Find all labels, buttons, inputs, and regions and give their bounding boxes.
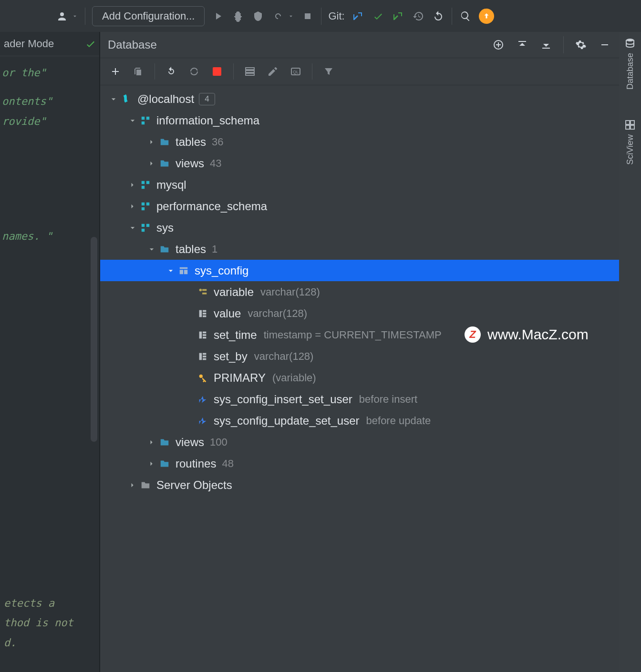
chevron-down-icon[interactable] xyxy=(72,10,78,23)
tree-item-folder[interactable]: routines 48 xyxy=(100,453,619,474)
trigger-icon xyxy=(196,393,209,406)
folder-icon xyxy=(158,157,171,170)
svg-rect-25 xyxy=(203,336,206,338)
rail-tab-sciview[interactable]: SciView xyxy=(623,118,637,165)
svg-rect-17 xyxy=(202,292,207,294)
stop-icon[interactable] xyxy=(301,10,314,23)
chevron-right-icon[interactable] xyxy=(126,200,139,213)
key-icon xyxy=(196,372,209,384)
minimize-icon[interactable] xyxy=(598,38,611,51)
tree-item-folder[interactable]: tables 1 xyxy=(100,238,619,260)
search-icon[interactable] xyxy=(459,10,472,23)
coverage-icon[interactable] xyxy=(251,10,265,23)
git-label: Git: xyxy=(328,10,344,22)
svg-rect-13 xyxy=(146,224,149,226)
tree-item-column[interactable]: variable varchar(128) xyxy=(100,281,619,303)
chevron-right-icon[interactable] xyxy=(145,457,158,470)
collapse-down-icon[interactable] xyxy=(539,38,553,51)
tree-item-schema[interactable]: performance_schema xyxy=(100,195,619,217)
debug-icon[interactable] xyxy=(231,10,245,23)
schema-icon xyxy=(139,179,152,191)
schema-icon xyxy=(139,114,152,127)
tree-item-trigger[interactable]: sys_config_update_set_user before update xyxy=(100,410,619,431)
tree-item-schema[interactable]: mysql xyxy=(100,174,619,195)
filter-icon[interactable] xyxy=(322,65,335,78)
chevron-down-icon[interactable] xyxy=(126,221,139,234)
add-icon[interactable] xyxy=(109,65,122,78)
check-icon[interactable] xyxy=(84,37,97,51)
svg-rect-11 xyxy=(142,207,145,210)
svg-rect-3 xyxy=(142,116,145,119)
editor-scrollbar[interactable] xyxy=(91,237,97,442)
datasource-icon xyxy=(120,93,133,105)
pk-column-icon xyxy=(196,286,209,298)
tree-item-column[interactable]: set_time timestamp = CURRENT_TIMESTAMP xyxy=(100,324,619,346)
git-push-icon[interactable] xyxy=(392,10,405,23)
undo-icon[interactable] xyxy=(432,10,445,23)
tree-item-folder[interactable]: Server Objects xyxy=(100,474,619,496)
add-configuration-button[interactable]: Add Configuration... xyxy=(92,6,205,26)
count-label: 43 xyxy=(210,157,221,170)
history-icon[interactable] xyxy=(412,10,425,23)
trigger-icon xyxy=(196,415,209,427)
table-icon[interactable] xyxy=(243,65,257,78)
svg-rect-20 xyxy=(203,313,206,315)
git-pull-icon[interactable] xyxy=(352,10,365,23)
stop-icon[interactable] xyxy=(210,65,224,78)
console-icon[interactable]: QL xyxy=(289,65,302,78)
tree-item-schema[interactable]: information_schema xyxy=(100,110,619,131)
database-tree[interactable]: @localhost 4 information_schema tables 3… xyxy=(100,85,619,672)
table-icon xyxy=(177,265,190,277)
column-type: varchar(128) xyxy=(260,286,320,298)
svg-rect-4 xyxy=(146,116,149,119)
user-icon[interactable] xyxy=(55,10,69,23)
tree-item-column[interactable]: set_by varchar(128) xyxy=(100,346,619,367)
chevron-right-icon[interactable] xyxy=(126,178,139,192)
git-commit-icon[interactable] xyxy=(372,10,385,23)
chevron-down-icon[interactable] xyxy=(145,243,158,256)
gear-icon[interactable] xyxy=(574,38,588,51)
code-fragment-bottom: etects a thod is not d. xyxy=(4,593,73,653)
chevron-down-icon[interactable] xyxy=(126,114,139,127)
separator xyxy=(321,8,321,25)
chevron-down-icon[interactable] xyxy=(288,10,294,23)
tree-item-table-selected[interactable]: sys_config xyxy=(100,260,619,281)
chevron-right-icon[interactable] xyxy=(145,157,158,170)
svg-rect-26 xyxy=(199,353,202,360)
rail-tab-database[interactable]: Database xyxy=(623,37,637,90)
folder-icon xyxy=(158,436,171,448)
tree-item-connection[interactable]: @localhost 4 xyxy=(100,88,619,110)
sync-icon[interactable] xyxy=(187,65,201,78)
refresh-icon[interactable] xyxy=(165,65,178,78)
chevron-right-icon[interactable] xyxy=(145,436,158,449)
chevron-right-icon[interactable] xyxy=(145,135,158,149)
tree-item-column[interactable]: value varchar(128) xyxy=(100,303,619,324)
profile-icon[interactable] xyxy=(271,10,285,23)
collapse-up-icon[interactable] xyxy=(516,38,529,51)
run-icon[interactable] xyxy=(211,10,225,23)
add-datasource-icon[interactable] xyxy=(492,38,505,51)
svg-rect-18 xyxy=(199,310,202,317)
panel-title: Database xyxy=(108,38,157,51)
key-columns: (variable) xyxy=(272,372,316,384)
separator xyxy=(85,8,85,25)
chevron-down-icon[interactable] xyxy=(164,264,177,277)
svg-rect-12 xyxy=(142,224,145,226)
tree-item-folder[interactable]: views 43 xyxy=(100,153,619,174)
database-panel-header: Database xyxy=(100,32,619,58)
update-icon[interactable] xyxy=(479,9,494,24)
separator xyxy=(155,63,155,80)
chevron-right-icon[interactable] xyxy=(126,479,139,492)
tree-item-schema[interactable]: sys xyxy=(100,217,619,238)
tree-item-key[interactable]: PRIMARY (variable) xyxy=(100,367,619,388)
chevron-down-icon[interactable] xyxy=(107,92,120,106)
duplicate-icon[interactable] xyxy=(132,65,145,78)
edit-icon[interactable] xyxy=(266,65,279,78)
count-label: 48 xyxy=(222,458,233,470)
svg-rect-28 xyxy=(203,356,206,357)
tree-item-folder[interactable]: tables 36 xyxy=(100,131,619,153)
tree-item-trigger[interactable]: sys_config_insert_set_user before insert xyxy=(100,388,619,410)
svg-rect-29 xyxy=(203,358,206,360)
schema-icon xyxy=(139,200,152,213)
tree-item-folder[interactable]: views 100 xyxy=(100,431,619,453)
